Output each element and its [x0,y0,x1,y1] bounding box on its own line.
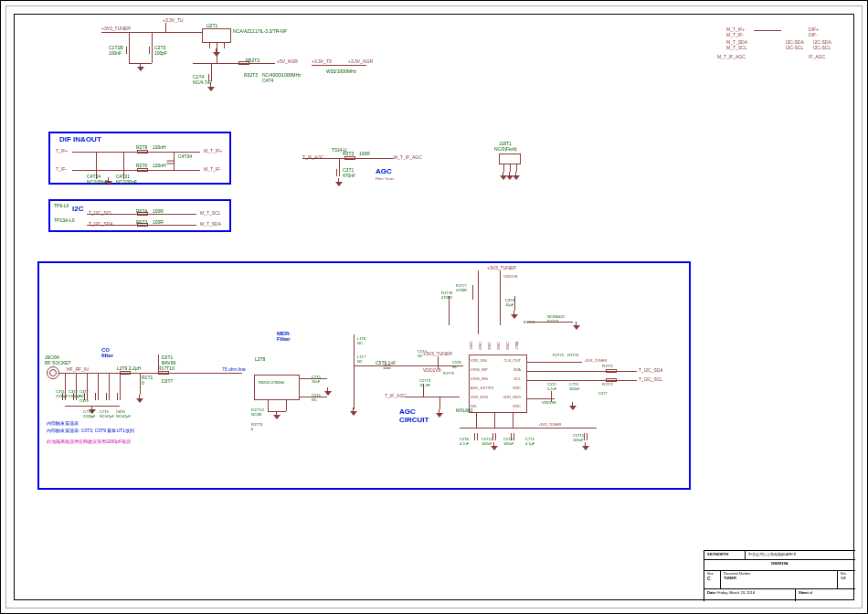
i2c-osda: M_T_SDA [200,221,221,227]
agc-title: AGC [376,167,392,175]
cb3: C7T8 2200pF [83,409,96,418]
psu-5v: +5V_NGR [277,58,298,64]
main-c13: C7T3 100nF [569,382,579,391]
main-c15: C5T11 100nF [573,433,584,442]
tb-project: 中文(公司):上海无线部-AFETI [745,550,855,559]
psu-r3b: +3.3V_NGR [348,58,373,64]
main-c5: C7T5 10nF [312,375,321,384]
dif-outn: M_T_IF- [204,166,221,172]
pin-l1: VDIG_INP [471,367,488,372]
legend-l1: M_T_IF- [726,32,744,37]
agc-small-block: T_IF_AGC T314-U R3T3 100R C3T1 470nF M_T… [302,154,412,200]
main-l2: L1T8 NC [357,336,365,345]
agc-sub: Filter Tuner [376,176,394,181]
main-mer: MER- Filter [277,331,291,342]
dif-r1v: 120nH [153,144,166,150]
main-r4: R17T3 0 [251,422,262,431]
i2c-box: I2C TP6-L0 TP13A-L0 T_I2C_SCL T_I2C_SDA … [48,199,231,232]
main-rail-right-tuner: +3V3_TUNER [584,358,607,363]
dif-c3: C4T34 [178,154,192,159]
i2c-r2v: 100R [153,219,164,225]
i2c-sda: T_I2C_SDA [89,221,113,227]
main-rvert: R1T1 0 [142,375,153,386]
psu-r3a: +3.3V_T0 [312,58,332,64]
main-rtop: R1T77 4700R [456,283,467,292]
pin-t4: DNC [505,342,510,350]
main-c10: C5T8 4.7nF [460,437,469,446]
pin-l0: VDD_DIG [471,358,487,363]
main-r6: R1T79 [443,371,454,376]
cb0: C3T1 2200pF [56,389,69,398]
psu-c1v: 100nF [109,50,122,56]
dif-outp: M_T_IF+ [204,148,222,154]
legend-l3: M_T_SCL [726,45,747,50]
tb-rev: Rev 1.0 [837,570,855,588]
main-box-ref: L2T8 [255,356,265,362]
pin-l2: VDIG_INN [471,376,488,381]
main-d1: D2T1 BAV99 [162,355,175,365]
i2c-oscl: M_T_SCL [200,210,221,216]
i2c-r2: R6T3 [136,219,147,225]
psu-reg-part: NCA/AZ1117IL-3.3/TR-NP [233,28,287,34]
main-c5t6: C5T6 NC [452,360,461,369]
main-agc-in: T_IF_AGC [385,393,407,398]
agc-out: M_T_IF_AGC [394,154,422,160]
pin-t2: DNC [487,342,492,350]
i2c-scl: T_I2C_SCL [89,210,112,216]
dif-r2: R2T0 [136,163,147,168]
main-c5t7: C5T7 [598,391,608,396]
pin-t3: DNC [496,342,501,350]
main-rail-top: +3V3_TUNER [487,265,516,270]
main-c16: C5T12 100nF [482,437,492,446]
psu-bead: W33/1000MHz [326,69,356,74]
main-vdd: VDD1V8 [503,274,518,279]
pin-r3: DNC [513,386,521,390]
main-agc-lbl: AGC CIRCUIT [399,408,429,424]
i2c-r1: R6T4 [136,208,147,214]
pin-t1: DNC [478,342,482,350]
main-r1t76: R1T76 [567,353,578,357]
dif-title: DIF IN&OUT [59,135,101,143]
main-c5t4: C5T4 NC [418,349,427,358]
pin-r2: SCL [513,376,521,381]
main-box: J6C/04 RF SOCKET HF_RF_IN CO filter L2T9… [37,261,691,490]
tb-docno: Document Number TUNER [720,570,837,588]
main-tline: 75 ohm line [222,366,246,372]
main-r1t72: R1T72 [602,382,613,386]
i2c-tp1: TP6-L0 [54,203,69,208]
dif-r1: R2T9 [136,144,147,150]
pin-r0: CLK_OUT [504,358,521,363]
psu-c2v: 100pF [154,50,167,56]
dif-box: DIF IN&OUT T_IF+ T_IF- R2T9 120nH R2T0 1… [48,132,231,185]
cb2: C3T7 NC C3T4 [79,389,89,403]
main-c14: C7T4 4.7μF [525,437,535,446]
pin-t0: GND [469,342,473,350]
main-c8: C5T73 10_NF [419,378,430,387]
main-c9: C5T3 100nF [503,437,513,446]
i2c-tp2: TP13A-L0 [54,217,75,223]
pin-t5: XTAL [514,341,519,350]
tb-size: Size C [704,570,720,588]
tb-design: MSD819A [704,559,855,570]
psu-rail-in: +3V3_TUNER [101,26,131,31]
tb-sheet: Sheet of [795,588,855,601]
main-vdd1v8: VDD1V8 [542,400,556,405]
main-c6: C5T4 NC [312,393,321,402]
main-rail-right2: +3V3_TUNER [538,422,561,427]
legend-m3: I2C-SCL [786,45,803,50]
main-conn-part: RF SOCKET [45,360,71,365]
agc-r: R3T3 [343,151,354,156]
agc-rv: 100R [359,151,370,156]
legend-r4: IF_AGC [809,54,825,59]
pin-l5: WS [471,404,476,408]
pin-r1: SDA [513,367,521,372]
agc-cv: 470nF [343,173,355,178]
psu-block: +3V3_TUNER +3.3V_TU C1T1B 100nF C2T3 100… [101,28,339,101]
psu-r1: R32T3 [244,72,258,78]
main-r1t71: R1T71 [602,364,613,368]
psu-reg-ref: U2T1 [206,23,217,28]
main-note1: 内部触发震荡器 [47,420,79,426]
optional-part: J18T1 NC/0(Ferit) [494,143,531,179]
opt-part: NC/0(Ferit) [494,146,517,152]
main-co: CO filter [101,347,113,358]
